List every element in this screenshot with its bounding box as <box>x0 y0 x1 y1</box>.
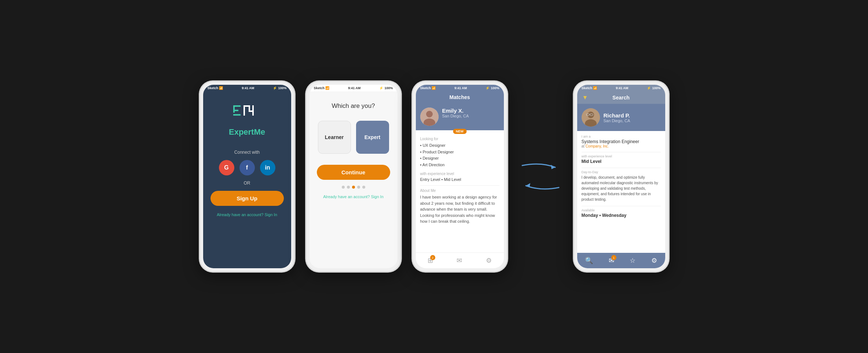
svg-rect-8 <box>252 105 254 116</box>
app-name-colored: Expert <box>229 127 254 137</box>
continue-button[interactable]: Continue <box>317 165 390 180</box>
looking-for-label: Looking for <box>420 137 499 141</box>
svg-rect-1 <box>233 105 235 113</box>
exp-value: Entry Level • Mid Level <box>420 177 499 182</box>
search-header-title: Search <box>588 95 654 101</box>
divider-1 <box>582 152 661 152</box>
new-badge: NEW <box>453 129 466 134</box>
match-info: Emily X. San Diego, CA <box>442 108 499 118</box>
match-card[interactable]: Emily X. San Diego, CA NEW <box>416 103 504 130</box>
s2-signin-link[interactable]: Sign In <box>371 194 384 199</box>
profile-title-section: I am a Systems Integration Engineer at C… <box>582 135 661 148</box>
dot-2 <box>347 186 350 189</box>
time-1: 9:41 AM <box>242 86 254 90</box>
match-location: San Diego, CA <box>442 114 499 118</box>
screen2-title: Which are you? <box>332 102 375 110</box>
signin-link[interactable]: Sign In <box>265 212 277 217</box>
about-label: About Me <box>420 189 499 193</box>
login-screen: ExpertMe Connect with G f in OR Sign Up … <box>203 91 291 268</box>
learner-card[interactable]: Learner <box>318 121 351 154</box>
daytoday-text: I develop, document, and optimize fully … <box>582 175 661 202</box>
profile-info: Richard P. San Diego, CA <box>604 112 630 123</box>
or-label: OR <box>244 181 250 186</box>
bluetooth-icon-4: ⚡ <box>647 86 651 90</box>
role-select-screen: Which are you? Learner Expert Continue A… <box>310 91 398 268</box>
match-details: Looking for UX Designer Product Designer… <box>416 130 504 252</box>
profile-avatar <box>582 108 600 127</box>
wifi-icon-3: 📶 <box>432 86 436 90</box>
matches-badge: 2 <box>430 255 435 260</box>
profile-name: Richard P. <box>604 112 630 119</box>
iam-label: I am a <box>582 135 661 138</box>
app-name: ExpertMe <box>229 127 265 137</box>
facebook-button[interactable]: f <box>239 160 255 175</box>
wifi-icon: 📶 <box>219 86 223 90</box>
dot-3-active <box>352 186 355 189</box>
search-header: ▼ Search <box>577 91 665 104</box>
battery-1: 100% <box>278 86 286 90</box>
search-tab-badge: 1 <box>611 255 616 260</box>
daytoday-label: Day-to-Day <box>582 170 661 174</box>
search-screen: ▼ Search <box>577 91 665 268</box>
battery-3: 100% <box>491 86 499 90</box>
already-account-text: Already have an account? Sign In <box>217 212 277 217</box>
bluetooth-icon-2: ⚡ <box>379 86 383 90</box>
matches-header: Matches <box>416 91 504 103</box>
profile-details: I am a Systems Integration Engineer at C… <box>577 131 665 253</box>
wifi-icon-4: 📶 <box>593 86 597 90</box>
at-label: at <box>582 144 585 148</box>
time-4: 9:41 AM <box>616 86 628 90</box>
tab-star-icon[interactable]: ☆ <box>630 256 636 265</box>
dot-1 <box>342 186 345 189</box>
arrow-svg <box>519 147 563 206</box>
time-3: 9:41 AM <box>454 86 467 90</box>
expert-card[interactable]: Expert <box>356 121 389 154</box>
linkedin-button[interactable]: in <box>260 160 275 175</box>
match-name: Emily X. <box>442 108 499 114</box>
status-bar-1: Sketch 📶 9:41 AM ⚡ 100% <box>203 85 291 91</box>
filter-icon[interactable]: ▼ <box>582 94 588 101</box>
exp-value-2: Mid Level <box>582 159 661 164</box>
status-bar-2: Sketch 📶 9:41 AM ⚡ 100% <box>310 85 398 91</box>
dot-4 <box>357 186 360 189</box>
tab-gear-icon[interactable]: ⚙ <box>651 256 657 265</box>
signup-button[interactable]: Sign Up <box>210 191 284 206</box>
battery-2: 100% <box>384 86 393 90</box>
match-avatar <box>420 108 439 126</box>
company-link[interactable]: Company, Inc. <box>586 144 609 148</box>
logo-icon <box>232 102 262 124</box>
phone-search: Sketch 📶 9:41 AM ⚡ 100% ▼ Search <box>574 81 669 272</box>
google-button[interactable]: G <box>219 160 234 175</box>
carrier-3: Sketch <box>420 86 431 90</box>
tab-settings-icon[interactable]: ⚙ <box>486 256 492 265</box>
svg-rect-3 <box>233 114 241 116</box>
battery-4: 100% <box>652 86 660 90</box>
tab-messages-icon-2[interactable]: ✉ 1 <box>609 256 614 265</box>
tab-search-icon[interactable]: 🔍 <box>585 256 593 265</box>
profile-location: San Diego, CA <box>604 119 630 123</box>
profile-daytodaay-section: Day-to-Day I develop, document, and opti… <box>582 170 661 202</box>
profile-available-section: Available Monday • Wednesday <box>582 208 661 218</box>
tab-messages-icon[interactable]: ✉ <box>457 256 462 265</box>
divider-3 <box>582 206 661 206</box>
available-value: Monday • Wednesday <box>582 213 661 218</box>
bluetooth-icon-3: ⚡ <box>486 86 490 90</box>
tab-matches-icon[interactable]: ⊞ 2 <box>428 256 433 265</box>
list-item: Designer <box>420 155 499 162</box>
list-item: Art Direction <box>420 162 499 168</box>
svg-rect-6 <box>249 105 250 110</box>
app-name-plain: Me <box>254 127 265 137</box>
matches-screen: Matches Emily X. San Diego, CA <box>416 91 504 268</box>
svg-point-10 <box>426 111 433 117</box>
social-buttons: G f in <box>219 160 275 175</box>
divider-2 <box>582 168 661 168</box>
tab-bar-matches: ⊞ 2 ✉ ⚙ <box>416 252 504 268</box>
bluetooth-icon: ⚡ <box>273 86 277 90</box>
list-item: Product Designer <box>420 149 499 156</box>
about-me-text: I have been working at a design agency f… <box>420 194 499 225</box>
svg-rect-2 <box>233 110 238 111</box>
profile-title: Systems Integration Engineer <box>582 139 661 144</box>
dot-5 <box>362 186 365 189</box>
profile-card[interactable]: Richard P. San Diego, CA <box>577 104 665 131</box>
profile-exp-section: with experience level Mid Level <box>582 154 661 164</box>
